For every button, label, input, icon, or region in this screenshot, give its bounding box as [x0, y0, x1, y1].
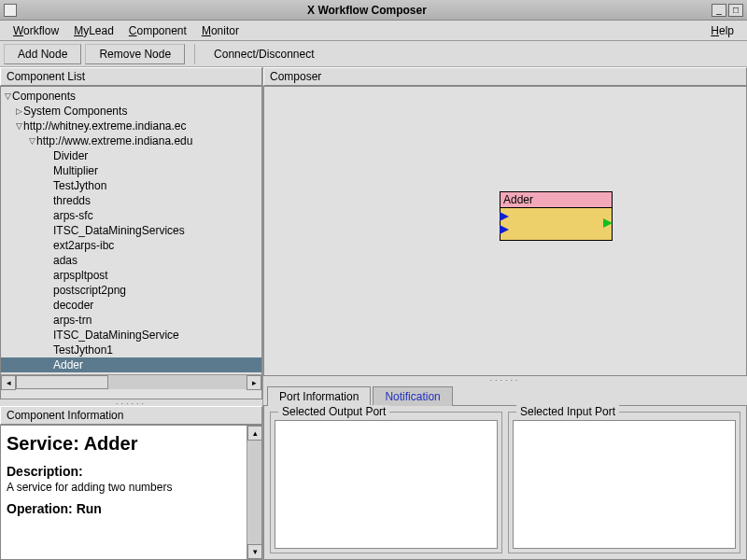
- scroll-up-icon[interactable]: ▴: [247, 426, 262, 441]
- bottom-tabs: Port Information Notification: [263, 383, 747, 405]
- maximize-button[interactable]: □: [728, 4, 743, 17]
- tree-leaf[interactable]: decoder: [53, 298, 93, 313]
- tree-leaf[interactable]: Multiplier: [53, 163, 98, 178]
- input-port-icon[interactable]: [500, 225, 509, 234]
- split-handle-horizontal[interactable]: ······: [263, 376, 747, 383]
- tree-expand-icon[interactable]: [14, 119, 23, 133]
- tab-port-information[interactable]: Port Information: [267, 386, 371, 406]
- component-info-panel: Service: Adder Description: A service fo…: [0, 425, 262, 560]
- tree-leaf[interactable]: ITSC_DataMiningService: [53, 328, 179, 343]
- selected-input-port-box[interactable]: [513, 420, 736, 549]
- tree-leaf[interactable]: ext2arps-ibc: [53, 238, 114, 253]
- tree-leaf[interactable]: TestJython1: [53, 343, 113, 357]
- tree-leaf[interactable]: TestJython: [53, 178, 106, 193]
- tree-leaf[interactable]: Divider: [53, 148, 88, 163]
- composer-canvas[interactable]: Adder: [263, 86, 747, 376]
- menu-component[interactable]: Component: [121, 22, 194, 39]
- output-port-icon[interactable]: [603, 218, 613, 228]
- scroll-thumb[interactable]: [16, 375, 108, 389]
- menu-workflow[interactable]: Workflow: [6, 22, 66, 39]
- description-text: A service for adding two numbers: [7, 481, 256, 494]
- menu-workflow-label: orkflow: [23, 24, 59, 37]
- tree-leaf[interactable]: arps-trn: [53, 313, 92, 328]
- composer-header: Composer: [263, 67, 747, 86]
- scroll-down-icon[interactable]: ▾: [247, 544, 262, 559]
- component-info-header: Component Information: [0, 406, 262, 425]
- toolbar-separator: [194, 44, 195, 64]
- selected-input-port-group: Selected Input Port: [508, 412, 740, 553]
- menu-help[interactable]: Help: [703, 22, 741, 39]
- toolbar: Add Node Remove Node Connect/Disconnect: [0, 41, 747, 67]
- menu-mylead[interactable]: MyLead: [66, 22, 121, 39]
- selected-input-port-label: Selected Input Port: [516, 405, 619, 418]
- remove-node-button[interactable]: Remove Node: [85, 44, 185, 64]
- tree-host2[interactable]: http://www.extreme.indiana.edu: [36, 133, 192, 148]
- tree-host1[interactable]: http://whitney.extreme.indiana.ec: [23, 119, 187, 133]
- tree-expand-icon[interactable]: [3, 89, 12, 104]
- menu-component-label: omponent: [137, 24, 187, 37]
- input-port-icon[interactable]: [500, 212, 509, 221]
- tree-root[interactable]: Components: [12, 89, 76, 104]
- selected-output-port-box[interactable]: [275, 420, 498, 549]
- system-menu-icon[interactable]: [4, 4, 17, 17]
- tree-expand-icon[interactable]: [14, 104, 23, 119]
- tree-leaf-selected[interactable]: Adder: [53, 358, 83, 371]
- canvas-node-adder[interactable]: Adder: [500, 191, 613, 241]
- title-bar: X Workflow Composer _ □: [0, 0, 747, 21]
- tree-leaf[interactable]: arps-sfc: [53, 208, 93, 223]
- menu-bar: Workflow MyLead Component Monitor Help: [0, 21, 747, 41]
- menu-help-label: elp: [719, 24, 734, 37]
- tree-leaf[interactable]: postscript2png: [53, 283, 126, 298]
- tab-notification[interactable]: Notification: [373, 386, 452, 406]
- tree-horizontal-scrollbar[interactable]: ◂ ▸: [1, 374, 261, 389]
- add-node-button[interactable]: Add Node: [4, 44, 81, 64]
- minimize-button[interactable]: _: [712, 4, 726, 17]
- tree-leaf[interactable]: ITSC_DataMiningServices: [53, 223, 185, 238]
- component-tree[interactable]: Components System Components http://whit…: [0, 86, 262, 399]
- tree-system[interactable]: System Components: [23, 104, 127, 119]
- tree-expand-icon[interactable]: [27, 133, 36, 148]
- connect-disconnect-button[interactable]: Connect/Disconnect: [204, 45, 323, 63]
- node-title: Adder: [500, 192, 612, 208]
- menu-monitor[interactable]: Monitor: [194, 22, 247, 39]
- node-body[interactable]: [500, 208, 612, 240]
- component-list-header: Component List: [0, 67, 262, 86]
- menu-monitor-label: onitor: [211, 24, 239, 37]
- tree-leaf[interactable]: adas: [53, 253, 78, 268]
- selected-output-port-label: Selected Output Port: [278, 405, 389, 418]
- split-handle-horizontal[interactable]: ······: [0, 399, 262, 406]
- tree-leaf[interactable]: thredds: [53, 193, 91, 208]
- tree-leaf[interactable]: arpspltpost: [53, 268, 108, 283]
- service-title: Service: Adder: [7, 433, 256, 455]
- component-info-scrollbar[interactable]: ▴ ▾: [247, 426, 261, 559]
- description-heading: Description:: [7, 464, 256, 479]
- scroll-right-icon[interactable]: ▸: [247, 375, 261, 390]
- window-title: X Workflow Composer: [24, 4, 710, 17]
- menu-mylead-label: yLead: [83, 24, 114, 37]
- selected-output-port-group: Selected Output Port: [270, 412, 502, 553]
- scroll-left-icon[interactable]: ◂: [1, 375, 16, 390]
- operation-heading: Operation: Run: [7, 501, 256, 516]
- port-information-panel: Selected Output Port Selected Input Port: [263, 405, 747, 560]
